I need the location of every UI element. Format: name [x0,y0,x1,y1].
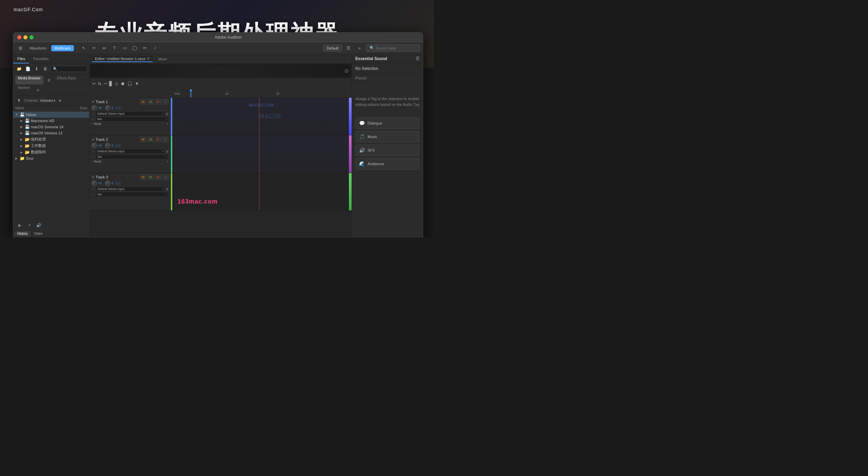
file-search-input[interactable] [53,67,85,71]
move-tool-icon[interactable]: ↖ [80,44,88,53]
track-1-extra-button[interactable]: I [162,99,169,104]
track-1-mute-button[interactable]: M [140,99,146,104]
essential-sound-menu-icon[interactable]: ☰ [416,56,419,61]
maximize-button[interactable] [29,35,34,39]
track-2-pan-knob[interactable] [105,143,111,148]
time-stretch-icon[interactable]: ⇔ [100,44,109,53]
markers-tab[interactable]: Markers [15,85,33,94]
delete-icon[interactable]: 🗑 [42,65,49,73]
expand-icon[interactable]: » [355,44,364,53]
meter-icon[interactable]: ▊ [109,81,113,86]
track-2-input-menu-icon[interactable]: ⊘ [166,150,169,153]
search-help-input[interactable] [376,46,416,50]
waveform-settings-icon[interactable]: ⚙ [344,68,349,74]
headphones-icon[interactable]: 🎧 [127,81,133,86]
track-3-input-menu-icon[interactable]: ⊘ [166,187,169,191]
tree-item-sonoma[interactable]: ▶ 💾 macOS Sonoma 14 [13,124,89,130]
track-2-volume-knob[interactable] [92,143,97,148]
favorites-tab[interactable]: Favorites [29,54,53,63]
track-1-record-button[interactable]: R [155,99,161,104]
media-browser-tab[interactable]: Media Browser [15,76,43,84]
tree-item-short[interactable]: ▶ 📁 Shor [13,155,89,161]
history-tab[interactable]: History [15,231,31,236]
track-2-collapse-arrow[interactable]: ▾ [167,160,169,163]
track-2-mute-button[interactable]: M [140,137,146,142]
undo-icon[interactable]: ↩ [92,81,96,86]
track-1-pan-knob[interactable] [105,105,111,111]
track-2-mix-select[interactable]: Mix › [96,154,169,159]
files-tab[interactable]: Files [13,54,29,63]
lasso-select-icon[interactable]: ◯ [131,44,139,53]
track-2-timeline[interactable] [171,135,352,173]
mixer-tab[interactable]: Mixer [155,56,170,62]
track-3-input-select[interactable]: Default Stereo Input › [96,187,165,191]
track-1-input-menu-icon[interactable]: ⊘ [166,112,169,116]
file-search-box[interactable] [51,66,87,72]
close-button[interactable] [17,35,21,39]
prev-arrow-icon[interactable]: ◀ [57,98,62,103]
volumes-root-item[interactable]: ▼ 💾 Volum [13,112,89,118]
panel-expand-icon[interactable]: » [34,85,42,94]
playhead[interactable] [191,90,191,97]
track-1-expand-icon[interactable]: › [92,122,93,126]
tree-item-shujuzhenlie[interactable]: ▶ 📂 数据阵列 [13,149,89,155]
track-3-solo-button[interactable]: S [147,174,154,180]
track-3-record-button[interactable]: R [155,174,161,180]
dialogue-button[interactable]: 💬 Dialogue [355,117,419,129]
track-1-timeline[interactable]: MACGF.COM MACGF [171,98,352,135]
track-3-extra-button[interactable]: I [162,174,169,180]
media-browser-menu-icon[interactable]: ☰ [45,76,54,84]
razor-tool-icon[interactable]: ✂ [90,44,99,53]
tree-item-macintosh[interactable]: ▶ 💾 Macintosh HD [13,118,89,124]
gongzuo-label: 工作数据 [31,143,46,148]
multitrack-tab[interactable]: Multitrack [51,45,74,51]
default-workspace-button[interactable]: Default [323,45,342,52]
timeline-ruler[interactable]: hms 10 20 [171,90,352,97]
track-3-pan-knob[interactable] [105,180,111,186]
record-arm-icon[interactable]: ⏺ [121,81,125,86]
search-help-container[interactable]: 🔍 [366,44,420,52]
track-1-volume-knob[interactable] [92,105,97,111]
track-3-mute-button[interactable]: M [140,174,146,180]
effects-rack-tab[interactable]: Effects Rack [54,76,79,84]
track-2-expand-icon[interactable]: › [92,160,93,163]
grid-icon[interactable]: ⊞ [16,44,25,53]
new-file-icon[interactable]: 📄 [24,65,32,73]
import-icon[interactable]: ⬇ [33,65,40,73]
sfx-button[interactable]: 🔊 SFX [355,145,419,156]
contents-dropdown[interactable]: Volumes ▾ [40,99,55,102]
tree-item-ventura[interactable]: ▶ 💾 macOS Ventura 13 [13,130,89,136]
track-2-input-select[interactable]: Default Stereo Input › [96,149,165,154]
waveform-tab[interactable]: Waveform [26,45,50,51]
play-preview-button[interactable]: ▶ [16,222,23,229]
track-3-volume-knob[interactable] [92,180,97,186]
workspace-menu-icon[interactable]: ☰ [344,44,353,53]
track-2-solo-button[interactable]: S [147,137,154,142]
track-3-timeline[interactable]: 163mac.com [171,173,352,210]
track-1-mix-select[interactable]: Mix › [96,117,169,121]
editor-tab[interactable]: Editor: Untitled Session 1.sesx ☰ [92,56,153,62]
ambience-button[interactable]: 🌊 Ambience [355,158,419,170]
track-1-solo-button[interactable]: S [147,99,154,104]
track-2-record-button[interactable]: R [155,137,161,142]
music-button[interactable]: 🎵 Music [355,131,419,142]
minimize-button[interactable] [23,35,27,39]
open-folder-icon[interactable]: 📁 [15,65,23,73]
fx-icon[interactable]: fx [98,81,101,86]
track-1-collapse-arrow[interactable]: ▾ [167,122,169,126]
filter-icon[interactable]: ▼ [135,81,139,86]
send-icon[interactable]: ⇀ [103,81,107,86]
video-tab[interactable]: Video [31,231,45,236]
navigate-up-icon[interactable]: ⬆ [15,97,23,104]
export-icon[interactable]: ↗ [25,222,33,229]
text-tool-icon[interactable]: T [110,44,119,53]
audio-settings-icon[interactable]: 🔊 [35,222,42,229]
tree-item-gongzuo[interactable]: ▶ 📂 工作数据 [13,142,89,149]
track-2-extra-button[interactable]: I [162,137,169,142]
rectangle-select-icon[interactable]: ▭ [120,44,129,53]
tree-item-linshi[interactable]: ▶ 📂 临时处理 [13,136,89,142]
fade-tool-icon[interactable]: / [151,44,160,53]
track-3-mix-select[interactable]: Mix › [96,192,169,197]
track-1-input-select[interactable]: Default Stereo Input › [96,111,165,116]
pencil-tool-icon[interactable]: ✏ [141,44,150,53]
